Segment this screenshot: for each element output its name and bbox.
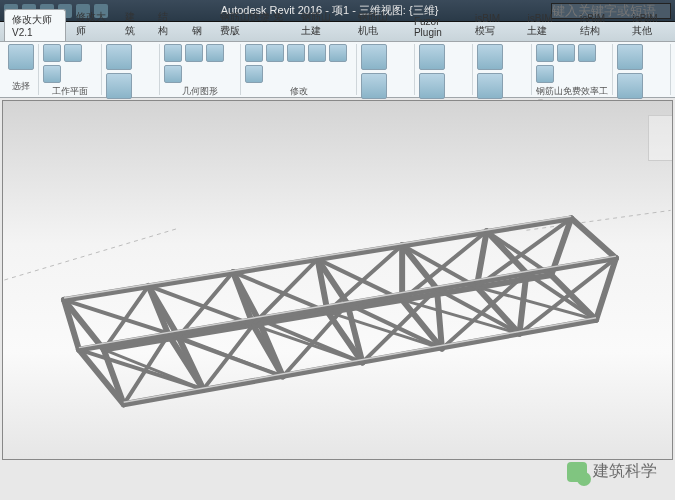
- panel-6: 测量: [415, 44, 473, 95]
- svg-line-50: [402, 245, 477, 287]
- watermark-text: 建筑科学: [593, 461, 657, 482]
- svg-line-15: [571, 218, 616, 258]
- panel-2: 剪贴板: [102, 44, 160, 95]
- tool-icon[interactable]: [536, 65, 554, 83]
- truss-3d-model: [3, 101, 672, 459]
- tab-5[interactable]: 钢筋山快捷·免费版: [212, 6, 291, 41]
- tool-icon[interactable]: [617, 73, 643, 99]
- panel-7: 创建: [473, 44, 531, 95]
- panel-4: 修改: [241, 44, 357, 95]
- tool-icon[interactable]: [617, 44, 643, 70]
- tool-icon[interactable]: [308, 44, 326, 62]
- ribbon: 选择工作平面剪贴板几何图形修改视图测量创建钢筋山免费效率工具详细编辑: [0, 42, 675, 98]
- panel-label: 几何图形: [182, 83, 218, 100]
- panel-3: 几何图形: [160, 44, 241, 95]
- tool-icon[interactable]: [287, 44, 305, 62]
- tool-icon[interactable]: [557, 44, 575, 62]
- tool-icon[interactable]: [536, 44, 554, 62]
- tab-9[interactable]: isBIM模写: [467, 9, 518, 41]
- tab-4[interactable]: 钢: [184, 20, 210, 41]
- tool-icon[interactable]: [64, 44, 82, 62]
- tool-icon[interactable]: [206, 44, 224, 62]
- ribbon-tabs: 修改大师V2.1修改大师建筑结构钢钢筋山快捷·免费版钢筋山土建钢筋山机电Fuzo…: [0, 22, 675, 42]
- tool-icon[interactable]: [578, 44, 596, 62]
- panel-label: 选择: [12, 78, 30, 95]
- tab-8[interactable]: Fuzor Plugin: [406, 12, 465, 41]
- tab-3[interactable]: 结构: [150, 6, 181, 41]
- tool-icon[interactable]: [419, 44, 445, 70]
- panel-5: 视图: [357, 44, 415, 95]
- tab-7[interactable]: 钢筋山机电: [350, 6, 404, 41]
- tab-11[interactable]: isBIM结构: [572, 9, 623, 41]
- viewport-3d[interactable]: [2, 100, 673, 460]
- tab-2[interactable]: 建筑: [117, 6, 148, 41]
- wechat-icon: [567, 462, 587, 482]
- tool-icon[interactable]: [266, 44, 284, 62]
- panel-8: 钢筋山免费效率工具: [532, 44, 613, 95]
- tool-icon[interactable]: [106, 73, 132, 99]
- tool-icon[interactable]: [185, 44, 203, 62]
- tool-icon[interactable]: [477, 73, 503, 99]
- tool-icon[interactable]: [419, 73, 445, 99]
- panel-label: 修改: [290, 83, 308, 100]
- svg-line-13: [402, 245, 437, 289]
- viewcube[interactable]: [648, 115, 672, 161]
- tool-icon[interactable]: [164, 65, 182, 83]
- tool-icon[interactable]: [8, 44, 34, 70]
- tool-icon[interactable]: [164, 44, 182, 62]
- tab-6[interactable]: 钢筋山土建: [293, 6, 347, 41]
- svg-line-36: [347, 304, 441, 349]
- tool-icon[interactable]: [329, 44, 347, 62]
- tool-icon[interactable]: [43, 65, 61, 83]
- tool-icon[interactable]: [361, 44, 387, 70]
- tool-icon[interactable]: [477, 44, 503, 70]
- tool-icon[interactable]: [361, 73, 387, 99]
- panel-0: 选择: [4, 44, 39, 95]
- tab-10[interactable]: isBIM土建: [519, 9, 570, 41]
- tool-icon[interactable]: [106, 44, 132, 70]
- tab-1[interactable]: 修改大师: [68, 6, 115, 41]
- tab-12[interactable]: isBIM其他: [624, 9, 675, 41]
- tool-icon[interactable]: [43, 44, 61, 62]
- tab-0[interactable]: 修改大师V2.1: [4, 9, 66, 41]
- panel-1: 工作平面: [39, 44, 102, 95]
- tool-icon[interactable]: [245, 65, 263, 83]
- svg-line-0: [4, 228, 178, 280]
- tool-icon[interactable]: [245, 44, 263, 62]
- watermark: 建筑科学: [567, 461, 657, 482]
- panel-label: 工作平面: [52, 83, 88, 100]
- panel-9: 详细编辑: [613, 44, 671, 95]
